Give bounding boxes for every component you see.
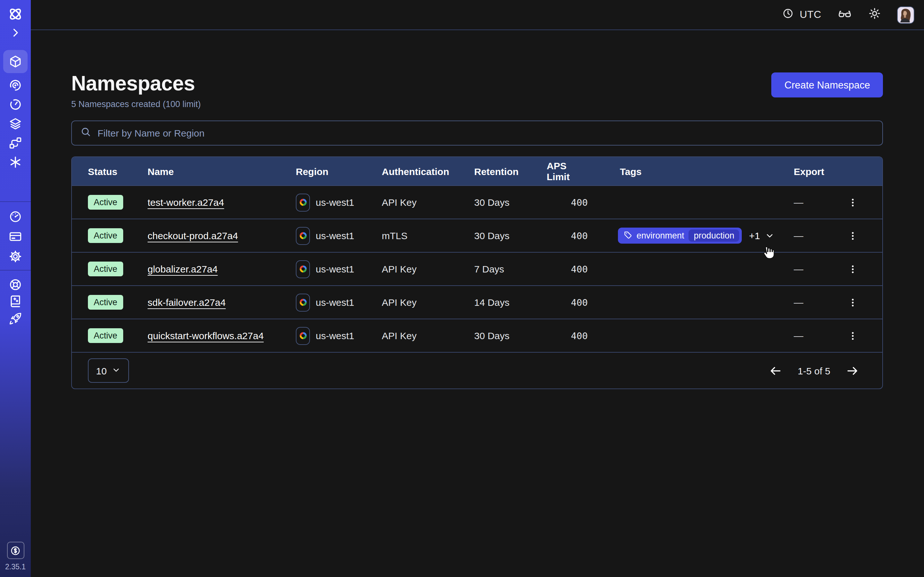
user-avatar[interactable] xyxy=(897,6,914,23)
auth-value: mTLS xyxy=(382,230,474,241)
search-icon xyxy=(80,126,91,140)
page-title: Namespaces xyxy=(71,73,201,95)
tag-expand-chevron-icon[interactable] xyxy=(765,231,775,240)
sidebar-item-billing[interactable] xyxy=(0,229,31,243)
col-name: Name xyxy=(148,166,296,177)
theme-toggle-button[interactable] xyxy=(868,7,881,23)
page-size-select[interactable]: 10 xyxy=(88,358,129,383)
tag-badge[interactable]: environment production xyxy=(618,227,742,243)
labs-toggle-button[interactable] xyxy=(837,6,852,23)
chevron-right-icon xyxy=(10,27,21,39)
region-label: us-west1 xyxy=(316,197,354,208)
topbar: UTC xyxy=(31,0,924,30)
pagination-range: 1-5 of 5 xyxy=(798,365,830,376)
gcp-cloud-icon xyxy=(296,193,310,211)
aps-value: 400 xyxy=(571,230,588,241)
row-menu-button[interactable] xyxy=(845,261,861,277)
timer-icon xyxy=(8,97,23,111)
tags-cell: environment production +1 xyxy=(588,227,784,243)
auth-value: API Key xyxy=(382,330,474,341)
sidebar-item-deployments[interactable] xyxy=(0,117,31,131)
gcp-cloud-icon xyxy=(296,227,310,245)
app-version: 2.35.1 xyxy=(5,563,26,571)
sidebar-item-namespaces[interactable] xyxy=(0,50,31,73)
table-row: Active globalizer.a27a4 us-west1 API Key… xyxy=(72,252,882,285)
cube-icon xyxy=(8,55,23,69)
row-menu-button[interactable] xyxy=(845,195,861,210)
sidebar-item-nexus[interactable] xyxy=(0,155,31,169)
sidebar-expand-button[interactable] xyxy=(0,27,31,39)
asterisk-icon xyxy=(8,155,23,169)
col-authentication: Authentication xyxy=(382,166,474,177)
sidebar-item-usage[interactable] xyxy=(0,210,31,224)
export-value: — xyxy=(794,230,803,241)
gauge-icon xyxy=(8,210,23,224)
sun-icon xyxy=(868,7,881,23)
tag-key: environment xyxy=(636,231,684,240)
sidebar-item-pricing[interactable] xyxy=(7,542,24,559)
namespaces-table: Status Name Region Authentication Retent… xyxy=(71,156,883,389)
sidebar-item-workflows[interactable] xyxy=(0,78,31,92)
aps-value: 400 xyxy=(571,330,588,341)
spiral-eye-icon xyxy=(8,78,23,92)
chevron-down-icon xyxy=(112,365,121,376)
sidebar-item-settings[interactable] xyxy=(0,250,31,263)
col-aps-limit: APS Limit xyxy=(547,160,588,182)
sidebar-item-docs[interactable] xyxy=(0,294,31,308)
next-page-button[interactable] xyxy=(846,364,859,377)
export-value: — xyxy=(794,330,803,341)
status-badge: Active xyxy=(88,328,123,343)
prev-page-button[interactable] xyxy=(769,364,782,377)
namespace-link[interactable]: quickstart-workflows.a27a4 xyxy=(148,330,264,341)
region-label: us-west1 xyxy=(316,263,354,274)
layers-icon xyxy=(8,117,23,131)
table-header: Status Name Region Authentication Retent… xyxy=(72,157,882,185)
auth-value: API Key xyxy=(382,297,474,308)
col-export: Export xyxy=(784,166,882,177)
row-menu-button[interactable] xyxy=(845,228,861,243)
table-row: Active quickstart-workflows.a27a4 us-wes… xyxy=(72,319,882,352)
row-menu-button[interactable] xyxy=(845,328,861,343)
table-row: Active checkout-prod.a27a4 us-west1 mTLS… xyxy=(72,219,882,252)
col-retention: Retention xyxy=(474,166,547,177)
status-badge: Active xyxy=(88,261,123,277)
region-label: us-west1 xyxy=(316,230,354,241)
tag-icon xyxy=(624,230,632,242)
main-content: Namespaces 5 Namespaces created (100 lim… xyxy=(31,30,924,577)
sidebar-divider xyxy=(0,270,31,271)
retention-value: 30 Days xyxy=(474,330,547,341)
sidebar-item-logo[interactable] xyxy=(0,6,31,23)
lifebuoy-icon xyxy=(8,277,23,292)
book-sparkle-icon xyxy=(8,294,23,308)
filter-input[interactable] xyxy=(97,127,874,139)
namespace-link[interactable]: sdk-failover.a27a4 xyxy=(148,297,226,308)
sidebar-divider xyxy=(0,201,31,202)
aps-value: 400 xyxy=(571,297,588,308)
sidebar-item-worker-deployments[interactable] xyxy=(0,136,31,150)
table-row: Active test-worker.a27a4 us-west1 API Ke… xyxy=(72,185,882,219)
aps-value: 400 xyxy=(571,264,588,274)
retention-value: 30 Days xyxy=(474,197,547,208)
row-menu-button[interactable] xyxy=(845,295,861,310)
export-value: — xyxy=(794,263,803,274)
timezone-selector[interactable]: UTC xyxy=(782,8,821,22)
table-pagination: 10 1-5 of 5 xyxy=(72,352,882,388)
col-tags: Tags xyxy=(588,166,784,177)
sidebar-item-support[interactable] xyxy=(0,277,31,292)
col-region: Region xyxy=(296,166,382,177)
retention-value: 7 Days xyxy=(474,263,547,274)
namespace-link[interactable]: globalizer.a27a4 xyxy=(148,263,218,274)
auth-value: API Key xyxy=(382,263,474,274)
clock-icon xyxy=(782,8,794,22)
timezone-label: UTC xyxy=(800,9,821,21)
status-badge: Active xyxy=(88,195,123,210)
app-root: 2.35.1 UTC xyxy=(0,0,924,577)
retention-value: 30 Days xyxy=(474,230,547,241)
credit-card-icon xyxy=(8,229,23,243)
create-namespace-button[interactable]: Create Namespace xyxy=(772,73,883,97)
sidebar-item-getting-started[interactable] xyxy=(0,311,31,326)
namespace-link[interactable]: checkout-prod.a27a4 xyxy=(148,230,238,241)
namespace-link[interactable]: test-worker.a27a4 xyxy=(148,197,224,207)
retention-value: 14 Days xyxy=(474,297,547,308)
sidebar-item-schedules[interactable] xyxy=(0,97,31,111)
